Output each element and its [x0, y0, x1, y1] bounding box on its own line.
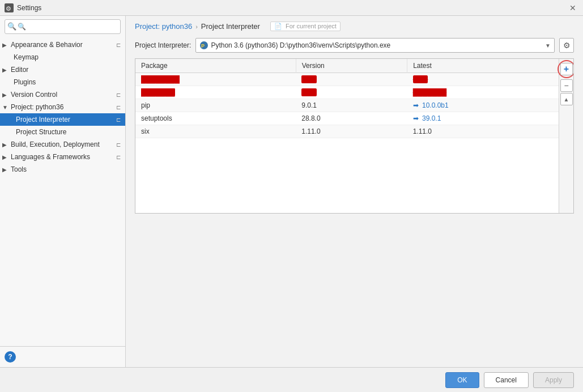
table-row[interactable]: setuptools 28.8.0 ➡ 39.0.1 [135, 112, 559, 125]
upgrade-package-button[interactable]: ▲ [560, 93, 573, 105]
col-version: Version [296, 59, 407, 73]
apply-button[interactable]: Apply [533, 372, 574, 388]
content-spacer [126, 214, 583, 368]
sidebar-bottom: ? [0, 346, 125, 367]
arrow-icon: ▶ [2, 142, 9, 148]
sidebar-item-keymap[interactable]: Keymap [0, 51, 125, 63]
cell-latest: ➡ 39.0.1 [407, 112, 559, 125]
latest-version: 39.0.1 [422, 114, 441, 122]
sidebar-item-languages[interactable]: ▶ Languages & Frameworks ⊏ [0, 151, 125, 163]
arrow-icon: ▶ [2, 67, 9, 73]
cell-package: setuptools [135, 112, 296, 125]
table-row[interactable]: six 1.11.0 1.11.0 [135, 125, 559, 138]
sidebar-item-plugins[interactable]: Plugins [0, 76, 125, 88]
arrow-icon: ▶ [2, 92, 9, 98]
sidebar-item-label: Plugins [14, 78, 121, 86]
search-icon: 🔍 [7, 22, 16, 31]
main-container: 🔍 ▶ Appearance & Behavior ⊏ Keymap ▶ Edi… [0, 16, 583, 367]
app-icon: ⚙ [5, 3, 14, 12]
tab-icon: 📄 [274, 23, 282, 29]
cell-version: 1.2.1 [296, 86, 407, 99]
interpreter-label: Project Interpreter: [135, 41, 191, 49]
close-button[interactable]: ✕ [567, 3, 578, 13]
cell-latest: ➡ 10.0.0b1 [407, 99, 559, 112]
sidebar-item-editor[interactable]: ▶ Editor [0, 63, 125, 76]
svg-text:P: P [201, 43, 205, 49]
footer-bar: OK Cancel Apply [0, 367, 583, 392]
interpreter-path: Python 3.6 (python36) D:\python36\venv\S… [211, 41, 543, 49]
sidebar-item-appearance[interactable]: ▶ Appearance & Behavior ⊏ [0, 39, 125, 51]
table-row[interactable]: pip 9.0.1 ➡ 10.0.0b1 [135, 99, 559, 112]
sidebar-item-build[interactable]: ▶ Build, Execution, Deployment ⊏ [0, 138, 125, 151]
sidebar-item-icon: ⊏ [116, 154, 121, 160]
update-arrow-icon: ➡ [413, 101, 419, 109]
sidebar-child-label: Project Structure [16, 128, 66, 136]
sidebar-item-tools[interactable]: ▶ Tools [0, 163, 125, 176]
col-latest: Latest [407, 59, 559, 73]
table-row[interactable]: ████████ 3.2.5 3.2.5 [135, 73, 559, 86]
breadcrumb: Project: python36 › Project Interpreter … [126, 16, 583, 35]
sidebar-item-icon: ⊏ [116, 104, 121, 110]
update-arrow-icon: ➡ [413, 114, 419, 122]
cell-latest: 1.11.0 [407, 125, 559, 138]
breadcrumb-parent[interactable]: Project: python36 [135, 22, 192, 31]
col-package: Package [135, 59, 296, 73]
cancel-button[interactable]: Cancel [484, 372, 529, 388]
table-action-buttons: + − ▲ [559, 59, 573, 213]
for-current-label: 📄 For current project [270, 22, 341, 31]
sidebar-item-label: Appearance & Behavior [11, 41, 116, 49]
breadcrumb-current: Project Interpreter [201, 22, 260, 31]
arrow-icon: ▶ [2, 167, 9, 173]
title-bar: ⚙ Settings ✕ [0, 0, 583, 16]
cell-version: 3.2.5 [296, 73, 407, 86]
sidebar-item-label: Keymap [14, 53, 121, 61]
cell-package: six [135, 125, 296, 138]
search-box: 🔍 [5, 19, 121, 34]
breadcrumb-separator: › [195, 23, 198, 30]
sidebar-item-icon: ⊏ [116, 92, 121, 98]
sidebar-item-icon: ⊏ [116, 142, 121, 148]
packages-table-main: Package Version Latest ████████ 3. [135, 59, 559, 213]
cell-package: ███████ [135, 86, 296, 99]
ok-button[interactable]: OK [445, 372, 479, 388]
title-bar-left: ⚙ Settings [5, 3, 41, 12]
sidebar-item-version-control[interactable]: ▶ Version Control ⊏ [0, 88, 125, 101]
remove-package-button[interactable]: − [560, 79, 573, 92]
cell-package: pip [135, 99, 296, 112]
dropdown-arrow-icon: ▼ [545, 42, 551, 49]
cell-version: 1.11.0 [296, 125, 407, 138]
packages-table: Package Version Latest ████████ 3. [135, 59, 559, 138]
content-area: Project: python36 › Project Interpreter … [126, 16, 583, 367]
sidebar-child-label: Project Interpreter [16, 116, 70, 123]
cell-version: 28.8.0 [296, 112, 407, 125]
search-input[interactable] [5, 19, 121, 34]
interpreter-select[interactable]: P Python 3.6 (python36) D:\python36\venv… [195, 38, 555, 53]
sidebar-item-label: Languages & Frameworks [11, 153, 116, 161]
latest-version: 10.0.0b1 [422, 101, 449, 109]
sidebar-item-label: Tools [11, 165, 121, 173]
window-title: Settings [17, 4, 41, 12]
add-package-button[interactable]: + [560, 63, 573, 75]
sidebar-nav: ▶ Appearance & Behavior ⊏ Keymap ▶ Edito… [0, 37, 125, 346]
cell-package: ████████ [135, 73, 296, 86]
sidebar-item-label: Project: python36 [11, 103, 116, 111]
sidebar-item-label: Build, Execution, Deployment [11, 140, 116, 148]
python-icon: P [199, 41, 208, 50]
sidebar-item-project-interpreter[interactable]: Project Interpreter ⊏ [0, 113, 125, 126]
interpreter-gear-button[interactable]: ⚙ [559, 38, 574, 53]
help-button[interactable]: ? [5, 351, 16, 363]
sidebar-child-icon: ⊏ [116, 117, 121, 123]
sidebar-item-icon: ⊏ [116, 42, 121, 48]
sidebar-item-project[interactable]: ▼ Project: python36 ⊏ [0, 101, 125, 113]
interpreter-row: Project Interpreter: P Python 3.6 (pytho… [126, 35, 583, 58]
sidebar-item-project-structure[interactable]: Project Structure [0, 126, 125, 138]
sidebar-item-label: Version Control [11, 91, 116, 99]
arrow-icon: ▶ [2, 154, 9, 160]
table-row[interactable]: ███████ 1.2.1 ███████ [135, 86, 559, 99]
arrow-icon: ▶ [2, 42, 9, 48]
cell-latest: 3.2.5 [407, 73, 559, 86]
add-button-highlight: + [558, 60, 575, 78]
svg-text:⚙: ⚙ [6, 5, 11, 12]
cell-latest: ███████ [407, 86, 559, 99]
packages-table-container: Package Version Latest ████████ 3. [135, 58, 574, 214]
